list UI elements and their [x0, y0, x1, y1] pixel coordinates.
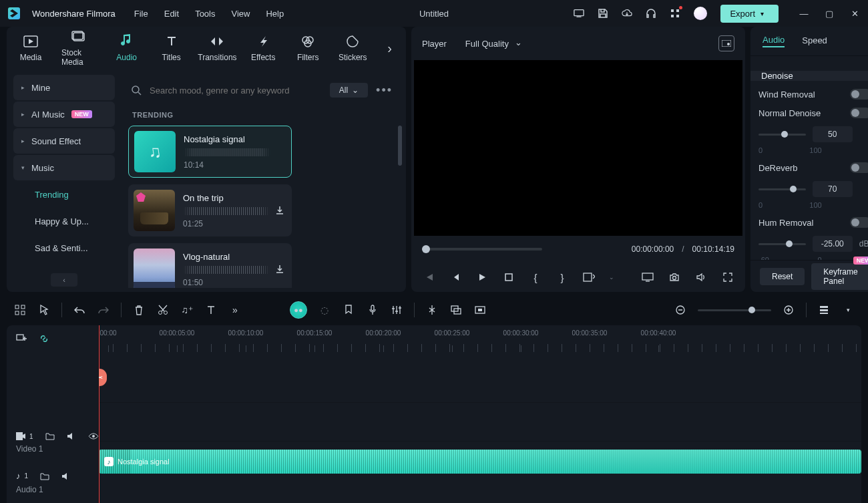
mic-icon[interactable]	[366, 303, 379, 317]
crop-icon[interactable]	[449, 303, 463, 317]
tab-effects[interactable]: Effects	[249, 34, 277, 62]
split-icon[interactable]	[425, 303, 439, 317]
track-item[interactable]: On the trip 01:25	[128, 184, 292, 236]
keyframe-panel-button[interactable]: Keyframe Panel	[811, 263, 868, 290]
menu-file[interactable]: File	[134, 9, 148, 19]
sidebar-sub-trending[interactable]: Trending	[13, 182, 115, 207]
sidebar-item-ai-music[interactable]: ▸AI MusicNEW	[13, 102, 115, 127]
sidebar-item-music[interactable]: ▾Music	[13, 155, 115, 180]
fullscreen-icon[interactable]	[721, 271, 734, 284]
folder-icon[interactable]	[40, 472, 49, 480]
playhead[interactable]	[99, 325, 99, 503]
tab-titles[interactable]: Titles	[158, 34, 186, 62]
preview-viewport[interactable]	[414, 60, 742, 236]
wind-toggle[interactable]	[850, 89, 868, 100]
cut-icon[interactable]	[156, 303, 170, 317]
rtab-speed[interactable]: Speed	[802, 35, 827, 47]
zoom-slider[interactable]	[698, 309, 771, 311]
headphones-icon[interactable]	[646, 8, 656, 19]
redo-icon[interactable]	[97, 303, 110, 317]
hum-slider[interactable]	[758, 243, 806, 245]
tab-stickers[interactable]: Stickers	[339, 34, 367, 62]
menu-tools[interactable]: Tools	[195, 9, 215, 19]
display-icon[interactable]	[641, 271, 654, 284]
snapshot-setting-icon[interactable]	[718, 35, 734, 51]
quality-dropdown[interactable]: Full Quality	[459, 36, 527, 51]
chevron-down-icon[interactable]: ⌄	[609, 274, 614, 281]
minimize-icon[interactable]: —	[799, 8, 809, 19]
mark-in-icon[interactable]: {	[529, 271, 542, 284]
save-icon[interactable]	[598, 8, 608, 19]
normal-denoise-toggle[interactable]	[850, 108, 868, 118]
tab-stock-media[interactable]: Stock Media	[61, 29, 96, 67]
mixer-icon[interactable]	[390, 303, 403, 317]
folder-icon[interactable]	[45, 432, 55, 440]
rtab-audio[interactable]: Audio	[763, 35, 785, 47]
maximize-icon[interactable]: ▢	[824, 8, 835, 19]
beat-icon[interactable]: ♫⁺	[180, 303, 194, 317]
eye-icon[interactable]	[88, 433, 99, 440]
menu-edit[interactable]: Edit	[164, 9, 179, 19]
search-input[interactable]	[150, 86, 322, 96]
play-icon[interactable]	[475, 271, 489, 284]
time-ruler[interactable]: 00:0000:00:05:0000:00:10:0000:00:15:0000…	[99, 325, 861, 352]
scrollbar[interactable]	[398, 126, 402, 166]
tab-media[interactable]: Media	[17, 34, 45, 62]
prev-frame-icon[interactable]	[422, 271, 435, 284]
ai-assistant-icon[interactable]: ●●	[290, 301, 307, 319]
volume-icon[interactable]	[694, 271, 708, 284]
collapse-sidebar-icon[interactable]: ‹	[51, 273, 77, 287]
scrub-bar[interactable]	[422, 248, 542, 250]
marker-icon[interactable]	[342, 303, 355, 317]
download-icon[interactable]	[273, 263, 286, 276]
close-icon[interactable]: ✕	[849, 8, 860, 19]
sidebar-item-sound-effect[interactable]: ▸Sound Effect	[13, 128, 115, 154]
sidebar-sub-sad[interactable]: Sad & Senti...	[13, 235, 115, 261]
tab-transitions[interactable]: Transitions	[202, 34, 233, 62]
export-button[interactable]: Export▾	[720, 5, 779, 23]
undo-icon[interactable]	[73, 303, 86, 317]
value-box[interactable]: -25.00	[813, 236, 853, 252]
more-icon[interactable]: •••	[376, 83, 393, 98]
zoom-out-icon[interactable]	[674, 303, 687, 317]
cursor-icon[interactable]	[37, 303, 51, 317]
reset-button[interactable]: Reset	[760, 268, 805, 285]
mute-icon[interactable]	[67, 432, 76, 440]
add-track-icon[interactable]	[16, 334, 27, 343]
tabs-next-icon[interactable]: ›	[383, 40, 396, 56]
track-height-icon[interactable]	[817, 303, 831, 317]
step-back-icon[interactable]	[449, 271, 462, 284]
fit-icon[interactable]	[473, 303, 487, 317]
stop-icon[interactable]	[502, 271, 515, 284]
cloud-icon[interactable]	[622, 8, 632, 19]
delete-icon[interactable]	[132, 303, 146, 317]
sidebar-item-mine[interactable]: ▸Mine	[13, 75, 115, 100]
value-box[interactable]: 50	[813, 126, 853, 142]
zoom-in-icon[interactable]	[782, 303, 795, 317]
track-item[interactable]: ♫ Nostalgia signal 10:14	[128, 126, 292, 178]
filter-dropdown[interactable]: All⌄	[330, 83, 368, 98]
dereverb-toggle[interactable]	[850, 162, 868, 173]
menu-help[interactable]: Help	[266, 9, 284, 19]
avatar[interactable]	[694, 7, 707, 20]
ratio-icon[interactable]	[582, 271, 596, 284]
apps-icon[interactable]	[670, 8, 680, 19]
audio-lane[interactable]: ♪ Nostalgia signal	[99, 441, 861, 480]
tab-audio[interactable]: Audio	[113, 34, 141, 62]
sidebar-sub-happy[interactable]: Happy & Up...	[13, 208, 115, 234]
tab-filters[interactable]: Filters	[294, 34, 322, 62]
mute-icon[interactable]	[61, 472, 71, 480]
audio-clip[interactable]: ♪ Nostalgia signal	[99, 450, 861, 474]
device-icon[interactable]	[574, 8, 584, 19]
dereverb-slider[interactable]	[758, 188, 806, 190]
normal-denoise-slider[interactable]	[758, 134, 806, 136]
grid-icon[interactable]	[13, 303, 27, 317]
hum-toggle[interactable]	[850, 217, 868, 228]
camera-icon[interactable]	[668, 271, 681, 284]
track-item[interactable]: Vlog-natural 01:50	[128, 243, 292, 288]
more-tools-icon[interactable]: »	[228, 303, 242, 317]
options-icon[interactable]: ▾	[841, 303, 855, 317]
mark-out-icon[interactable]: }	[556, 271, 569, 284]
video-lane[interactable]	[99, 402, 861, 441]
render-icon[interactable]: ◌	[318, 303, 331, 317]
